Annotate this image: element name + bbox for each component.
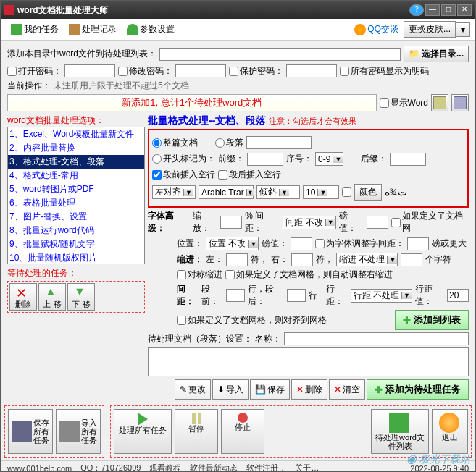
open-disk-button[interactable]: [451, 94, 469, 111]
modify-pwd-input[interactable]: [175, 64, 226, 77]
suffix-input[interactable]: [390, 153, 426, 166]
move-down-button[interactable]: ▼下 移: [67, 283, 95, 311]
name-input[interactable]: [284, 332, 469, 345]
close-button[interactable]: ✕: [457, 4, 472, 16]
status-url[interactable]: www.001help.com: [7, 464, 72, 473]
status-reg[interactable]: 软件注册…: [246, 463, 286, 472]
prefix-input[interactable]: [247, 153, 283, 166]
import-button[interactable]: ⬇导入: [212, 379, 249, 400]
paragraph-input[interactable]: [246, 136, 312, 149]
params-button[interactable]: 参数设置: [122, 21, 180, 38]
status-about[interactable]: 关于…: [295, 463, 319, 472]
whole-doc-radio[interactable]: 整篇文档: [152, 137, 198, 149]
list-item[interactable]: 5、word转图片或PDF: [8, 182, 144, 196]
open-pwd-check[interactable]: 打开密码：: [7, 65, 62, 77]
color-button[interactable]: 颜色: [354, 184, 382, 201]
add-task-button[interactable]: ✚添加为待处理任务: [367, 379, 469, 400]
list-item[interactable]: 4、格式处理-常用: [8, 169, 144, 182]
plaintext-check[interactable]: 所有密码显示为明码: [340, 65, 429, 77]
list-item[interactable]: 8、批量运行word代码: [8, 224, 144, 237]
adjust-spacing-input[interactable]: [407, 237, 429, 250]
window-title: word文档批量处理大师: [17, 4, 408, 17]
color-check[interactable]: [342, 187, 351, 197]
pending-doc-label: 待处理文档（段落）设置：: [148, 333, 252, 345]
play-icon: [138, 413, 148, 426]
sym-indent-check[interactable]: 对称缩进: [177, 269, 222, 281]
font-advanced-label: 字体高级：: [148, 210, 190, 235]
show-word-check[interactable]: 显示Word: [380, 97, 428, 109]
position-select[interactable]: 位置 不改▼: [206, 237, 259, 250]
line-spacing-input[interactable]: [447, 289, 469, 302]
pt1-input[interactable]: [367, 216, 388, 229]
indent-select[interactable]: 缩进 不处理▼: [336, 253, 398, 266]
save-all-button[interactable]: 保存 所有 任务: [8, 409, 53, 454]
seq-select[interactable]: 0-9▼: [315, 152, 343, 166]
list-item[interactable]: 10、批量随机版权图片: [8, 251, 144, 264]
save-disk-button[interactable]: [431, 94, 448, 111]
before-para-input[interactable]: [226, 289, 245, 302]
if-defined-font-check[interactable]: 如果定义了文档网: [391, 210, 469, 235]
add-to-list-button[interactable]: ✚添加到列表: [395, 310, 469, 330]
modify-button[interactable]: ✎更改: [175, 379, 211, 400]
maximize-button[interactable]: □: [441, 4, 456, 16]
auto-adjust-check[interactable]: 如果定义了文档网格，则自动调整右缩进: [225, 269, 393, 281]
font-select[interactable]: Arabic Trar▼: [199, 185, 254, 199]
list-item[interactable]: 9、批量赋权/随机文字: [8, 237, 144, 251]
move-up-button[interactable]: ▲上 移: [38, 283, 66, 311]
help-button[interactable]: ?: [409, 4, 424, 16]
select-dir-button[interactable]: 📁 选择目录...: [404, 46, 469, 62]
status-tutorial[interactable]: 观看教程: [149, 463, 181, 472]
options-list[interactable]: 1、Excel、Word模板批量新文件 2、内容批量替换 3、格式处理-文档、段…: [7, 127, 145, 264]
scale-input[interactable]: [220, 216, 242, 229]
pt2-input[interactable]: [291, 237, 312, 250]
toolbar-dropdown[interactable]: ▾: [456, 22, 470, 37]
style-select[interactable]: 倾斜▼: [256, 185, 300, 199]
pending-title: 等待处理的任务：: [7, 267, 145, 279]
dir-input[interactable]: [159, 48, 401, 61]
minimize-button[interactable]: —: [425, 4, 440, 16]
protect-pwd-input[interactable]: [286, 64, 337, 77]
list-item[interactable]: 3、格式处理-文档、段落: [8, 155, 144, 169]
size-select[interactable]: 10▼: [303, 185, 339, 199]
process-all-button[interactable]: 处理所有任务: [114, 409, 172, 454]
paragraph-radio[interactable]: 段落: [215, 137, 243, 149]
indent-chars-input[interactable]: [401, 253, 422, 266]
stop-button[interactable]: 停止: [221, 409, 264, 454]
delete-button[interactable]: ✕删除: [291, 379, 327, 400]
current-op-value: 未注册用户限于处理不超过5个文档: [54, 80, 189, 92]
list-item[interactable]: 7、图片-替换、设置: [8, 210, 144, 224]
pending-list-button[interactable]: 待处理word文 件列表: [371, 409, 429, 454]
import-all-button[interactable]: 导入 所有 任务: [56, 409, 101, 454]
modify-pwd-check[interactable]: 修改密码：: [118, 65, 172, 77]
align-grid-check[interactable]: 如果定义了文档网格，则对齐到网格: [177, 314, 327, 326]
qq-label: QQ交谈: [367, 23, 398, 35]
clear-button[interactable]: ✕清空: [329, 379, 365, 400]
align-select[interactable]: 左对齐▼: [152, 185, 196, 199]
spacing-select[interactable]: 间距 不改▼: [283, 216, 335, 229]
adjust-spacing-check[interactable]: 为字体调整字间距：: [315, 237, 404, 250]
after-para-input[interactable]: [287, 289, 306, 302]
open-pwd-input[interactable]: [64, 64, 115, 77]
line-spacing-select[interactable]: 行距 不处理▼: [351, 289, 412, 303]
exit-button[interactable]: 退出: [432, 409, 468, 454]
blank-before-check[interactable]: 段前插入空行: [152, 169, 215, 181]
qq-button[interactable]: QQ交谈: [349, 21, 404, 38]
blank-after-check[interactable]: 段后插入空行: [218, 169, 281, 181]
indent-left-input[interactable]: [226, 253, 248, 266]
list-item[interactable]: 2、内容批量替换: [8, 141, 144, 155]
params-label: 参数设置: [140, 23, 175, 35]
pause-button[interactable]: 暂停: [175, 409, 218, 454]
protect-pwd-check[interactable]: 保护密码：: [229, 65, 283, 77]
font-preview: ت¾ه: [385, 186, 407, 198]
list-item[interactable]: 1、Excel、Word模板批量新文件: [8, 127, 144, 141]
history-button[interactable]: 处理记录: [64, 21, 122, 38]
save-button[interactable]: 💾保存: [250, 379, 290, 400]
skin-button[interactable]: 更换皮肤...: [404, 21, 456, 38]
pending-doc-list[interactable]: [148, 347, 469, 376]
list-item[interactable]: 6、表格批量处理: [8, 196, 144, 210]
my-tasks-button[interactable]: 我的任务: [6, 21, 64, 38]
delete-task-button[interactable]: ✕删除: [9, 283, 37, 311]
indent-right-input[interactable]: [291, 253, 313, 266]
status-news[interactable]: 软件最新动态: [190, 463, 238, 472]
start-mark-radio[interactable]: 开头标记为：: [152, 153, 215, 165]
